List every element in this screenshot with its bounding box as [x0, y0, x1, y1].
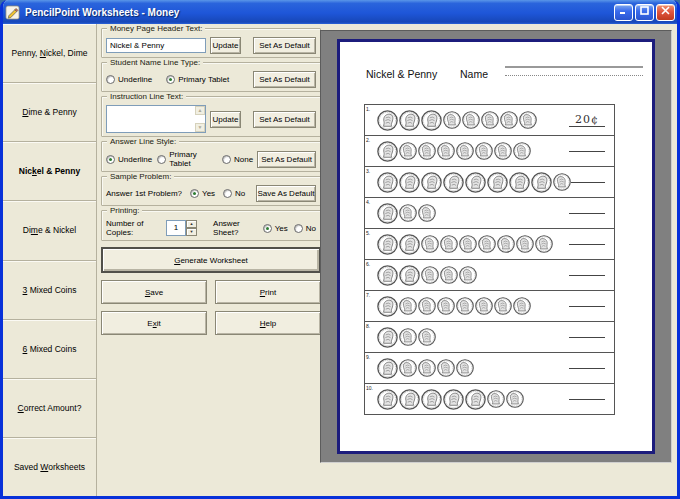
- copies-stepper[interactable]: 1 ▲ ▼: [166, 220, 197, 236]
- problem-number: 6.: [366, 261, 370, 267]
- problem-number: 5.: [366, 230, 370, 236]
- penny-icon: [481, 111, 499, 129]
- answer-line: [569, 150, 605, 152]
- penny-icon: [399, 359, 417, 377]
- radio-label: Underline: [118, 75, 152, 84]
- radio-yes[interactable]: Yes: [190, 189, 215, 198]
- answer-blank: [571, 181, 605, 183]
- coin-row: [377, 296, 531, 317]
- name-line-group: Student Name Line Type: UnderlinePrimary…: [101, 62, 321, 92]
- answer-blank: [569, 305, 605, 307]
- instruction-set-default-button[interactable]: Set As Default: [253, 111, 316, 128]
- sidebar-item-label: Dime & Penny: [22, 107, 76, 117]
- penny-icon: [497, 235, 515, 253]
- radio-underline[interactable]: Underline: [106, 155, 152, 164]
- sidebar-item-nickel-penny[interactable]: Nickel & Penny: [3, 142, 96, 201]
- header-text-group: Money Page Header Text: Update Set As De…: [101, 28, 321, 58]
- name-line-set-default-button[interactable]: Set As Default: [253, 71, 316, 88]
- penny-icon: [553, 173, 571, 191]
- radio-underline[interactable]: Underline: [106, 75, 152, 84]
- penny-icon: [459, 235, 477, 253]
- spin-down-icon[interactable]: ▼: [186, 228, 197, 236]
- problem-row: 8.: [365, 322, 614, 353]
- penny-icon: [456, 297, 474, 315]
- penny-icon: [513, 297, 531, 315]
- sample-problem-group-label: Sample Problem:: [107, 172, 174, 181]
- radio-no[interactable]: No: [223, 189, 245, 198]
- minimize-button[interactable]: [614, 4, 633, 21]
- scroll-up-icon[interactable]: ▲: [195, 106, 205, 115]
- nickel-icon: [421, 172, 442, 193]
- worksheet-title: Nickel & Penny: [366, 68, 437, 80]
- app-window: PencilPoint Worksheets - Money Penny, Ni…: [0, 0, 680, 499]
- penny-icon: [399, 204, 417, 222]
- radio-yes[interactable]: Yes: [263, 224, 288, 233]
- header-text-group-label: Money Page Header Text:: [107, 24, 205, 33]
- header-update-button[interactable]: Update: [210, 37, 241, 54]
- answer-line-group: Answer Line Style: UnderlinePrimary Tabl…: [101, 141, 321, 172]
- answer-line-group-label: Answer Line Style:: [107, 137, 179, 146]
- radio-label: No: [306, 224, 316, 233]
- radio-label: Primary Tablet: [169, 150, 217, 168]
- header-text-input[interactable]: [106, 38, 206, 53]
- radio-none[interactable]: None: [222, 155, 253, 164]
- save-button[interactable]: Save: [101, 280, 207, 304]
- answer-line: [571, 181, 605, 183]
- radio-no[interactable]: No: [294, 224, 316, 233]
- maximize-button[interactable]: [635, 4, 654, 21]
- print-button[interactable]: Print: [215, 280, 321, 304]
- problem-row: 9.: [365, 353, 614, 384]
- scroll-down-icon[interactable]: ▼: [195, 123, 205, 132]
- radio-circle-icon: [294, 224, 303, 233]
- penny-icon: [418, 142, 436, 160]
- sidebar-item-label: Correct Amount?: [18, 403, 82, 413]
- nickel-icon: [377, 110, 398, 131]
- sidebar-item-saved-worksheets[interactable]: Saved Worksheets: [3, 438, 96, 496]
- problem-row: 5.: [365, 229, 614, 260]
- penny-icon: [440, 266, 458, 284]
- name-tablet-line: [505, 66, 643, 80]
- problem-row: 1.20¢: [365, 105, 614, 136]
- nickel-icon: [377, 389, 398, 410]
- sample-save-default-button[interactable]: Save As Default: [256, 185, 316, 202]
- generate-worksheet-button[interactable]: Generate Worksheet: [101, 247, 321, 273]
- answer-line-set-default-button[interactable]: Set As Default: [257, 151, 316, 168]
- instruction-update-button[interactable]: Update: [210, 111, 241, 128]
- sidebar-item-label: Saved Worksheets: [14, 462, 85, 472]
- penny-icon: [459, 266, 477, 284]
- copies-value[interactable]: 1: [166, 220, 186, 236]
- radio-circle-icon: [106, 75, 115, 84]
- radio-circle-icon: [222, 155, 231, 164]
- sidebar-item-6-mixed-coins[interactable]: 6 Mixed Coins: [3, 320, 96, 379]
- coin-row: [377, 389, 524, 410]
- problem-number: 4.: [366, 199, 370, 205]
- radio-circle-icon: [166, 75, 175, 84]
- nickel-icon: [377, 327, 398, 348]
- radio-primary-tablet[interactable]: Primary Tablet: [166, 75, 229, 84]
- sidebar-item-penny-nickel-dime[interactable]: Penny, Nickel, Dime: [3, 24, 96, 83]
- penny-icon: [418, 328, 436, 346]
- sidebar-item-dime-nickel[interactable]: Dime & Nickel: [3, 201, 96, 260]
- spin-up-icon[interactable]: ▲: [186, 220, 197, 228]
- sidebar-item-3-mixed-coins[interactable]: 3 Mixed Coins: [3, 261, 96, 320]
- worksheet-header: Nickel & Penny Name: [340, 66, 652, 84]
- nickel-icon: [399, 234, 420, 255]
- exit-button[interactable]: Exit: [101, 311, 207, 335]
- header-set-default-button[interactable]: Set As Default: [253, 37, 316, 54]
- printing-group-label: Printing:: [107, 206, 142, 215]
- sidebar-item-dime-penny[interactable]: Dime & Penny: [3, 83, 96, 142]
- radio-primary-tablet[interactable]: Primary Tablet: [157, 150, 217, 168]
- nickel-icon: [443, 389, 464, 410]
- nickel-icon: [399, 110, 420, 131]
- penny-icon: [421, 235, 439, 253]
- problem-number: 9.: [366, 354, 370, 360]
- answer-line: [569, 274, 605, 276]
- penny-icon: [535, 235, 553, 253]
- settings-form: Money Page Header Text: Update Set As De…: [101, 24, 321, 335]
- instruction-text-input[interactable]: ▲ ▼: [106, 105, 206, 133]
- close-button[interactable]: [656, 4, 675, 21]
- help-button[interactable]: Help: [215, 311, 321, 335]
- sidebar-item-correct-amount[interactable]: Correct Amount?: [3, 379, 96, 438]
- problem-row: 3.: [365, 167, 614, 198]
- answer-line: [569, 243, 605, 245]
